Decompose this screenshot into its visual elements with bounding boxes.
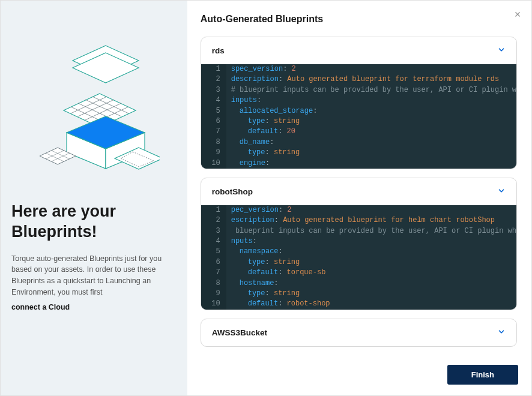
code-line: 8db_name: <box>201 137 516 148</box>
code-content: type: string <box>226 289 300 299</box>
chevron-down-icon[interactable] <box>497 328 506 338</box>
code-line: 3# blueprint inputs can be provided by t… <box>201 85 516 95</box>
blueprints-list: rds1spec_version: 22description: Auto ge… <box>201 37 518 358</box>
left-panel: Here are your Blueprints! Torque auto-ge… <box>1 1 187 395</box>
code-content: engine: <box>226 158 270 169</box>
code-line: 1pec_version: 2 <box>201 205 516 215</box>
code-content: allocated_storage: <box>226 106 318 116</box>
code-line: 3 blueprint inputs can be provided by th… <box>201 226 516 236</box>
blueprint-name: robotShop <box>212 187 253 196</box>
line-number: 4 <box>201 236 226 247</box>
code-content: pec_version: 2 <box>226 205 292 215</box>
line-number: 2 <box>201 215 226 226</box>
line-number: 5 <box>201 106 226 116</box>
line-number: 6 <box>201 116 226 127</box>
line-number: 3 <box>201 85 226 95</box>
line-number: 8 <box>201 278 226 289</box>
line-number: 1 <box>201 205 226 215</box>
code-content: default: robot-shop <box>226 299 330 309</box>
chevron-down-icon[interactable] <box>497 187 506 197</box>
blueprint-name: rds <box>212 46 225 55</box>
line-number: 5 <box>201 247 226 257</box>
code-content: type: string <box>226 116 300 127</box>
code-line: 10engine: <box>201 158 516 169</box>
blueprint-name: AWSS3Bucket <box>212 328 267 337</box>
blueprint-card: AWSS3Bucket <box>201 319 517 347</box>
line-number: 9 <box>201 148 226 158</box>
code-line: 4inputs: <box>201 95 516 106</box>
blueprint-card: robotShop1pec_version: 22escription: Aut… <box>201 178 517 310</box>
code-content: type: string <box>226 257 300 268</box>
code-content: hostname: <box>226 278 279 289</box>
code-line: 9type: string <box>201 148 516 158</box>
line-number: 10 <box>201 299 226 309</box>
code-line: 6type: string <box>201 116 516 127</box>
line-number: 6 <box>201 257 226 268</box>
line-number: 10 <box>201 158 226 169</box>
code-line: 5allocated_storage: <box>201 106 516 116</box>
code-line: 9type: string <box>201 289 516 299</box>
blueprint-illustration <box>28 28 160 184</box>
code-block: 1pec_version: 22escription: Auto generat… <box>201 205 516 310</box>
blueprint-header[interactable]: robotShop <box>201 178 516 205</box>
heading-line1: Here are your <box>11 202 116 220</box>
code-content: nputs: <box>226 236 257 247</box>
code-line: 4nputs: <box>201 236 516 247</box>
line-number: 7 <box>201 127 226 137</box>
blueprint-card: rds1spec_version: 22description: Auto ge… <box>201 37 517 169</box>
code-content: default: torque-sb <box>226 268 326 278</box>
finish-button[interactable]: Finish <box>447 365 518 385</box>
right-panel: × Auto-Generated Blueprints rds1spec_ver… <box>187 1 531 395</box>
line-number: 7 <box>201 268 226 278</box>
code-line: 2escription: Auto generated blueprint fo… <box>201 215 516 226</box>
code-content: description: Auto generated blueprint fo… <box>226 74 499 85</box>
line-number: 2 <box>201 74 226 85</box>
code-line: 2description: Auto generated blueprint f… <box>201 74 516 85</box>
code-content: spec_version: 2 <box>226 64 296 74</box>
code-line: 6type: string <box>201 257 516 268</box>
code-content: # blueprint inputs can be provided by th… <box>226 85 516 95</box>
code-block: 1spec_version: 22description: Auto gener… <box>201 64 516 169</box>
code-line: 5namespace: <box>201 247 516 257</box>
code-content: blueprint inputs can be provided by the … <box>226 226 516 236</box>
code-line: 10default: robot-shop <box>201 299 516 309</box>
code-content: db_name: <box>226 137 274 148</box>
left-heading: Here are your Blueprints! <box>11 202 177 242</box>
line-number: 8 <box>201 137 226 148</box>
code-content: type: string <box>226 148 300 158</box>
section-title: Auto-Generated Blueprints <box>201 14 518 25</box>
left-description: Torque auto-generated Blueprints just fo… <box>11 253 177 298</box>
close-icon[interactable]: × <box>512 9 523 20</box>
code-line: 8hostname: <box>201 278 516 289</box>
connect-cloud-link[interactable]: connect a Cloud <box>11 303 177 311</box>
code-content: default: 20 <box>226 127 295 137</box>
footer: Finish <box>201 358 518 388</box>
line-number: 1 <box>201 64 226 74</box>
chevron-down-icon[interactable] <box>497 46 506 56</box>
code-line: 1spec_version: 2 <box>201 64 516 74</box>
line-number: 3 <box>201 226 226 236</box>
code-content: namespace: <box>226 247 283 257</box>
blueprint-header[interactable]: rds <box>201 37 516 64</box>
code-content: inputs: <box>226 95 261 106</box>
code-line: 7default: 20 <box>201 127 516 137</box>
code-line: 7default: torque-sb <box>201 268 516 278</box>
modal-container: Here are your Blueprints! Torque auto-ge… <box>1 1 531 395</box>
code-content: escription: Auto generated blueprint for… <box>226 215 495 226</box>
heading-line2: Blueprints! <box>11 223 97 241</box>
blueprint-header[interactable]: AWSS3Bucket <box>201 319 516 346</box>
line-number: 4 <box>201 95 226 106</box>
line-number: 9 <box>201 289 226 299</box>
